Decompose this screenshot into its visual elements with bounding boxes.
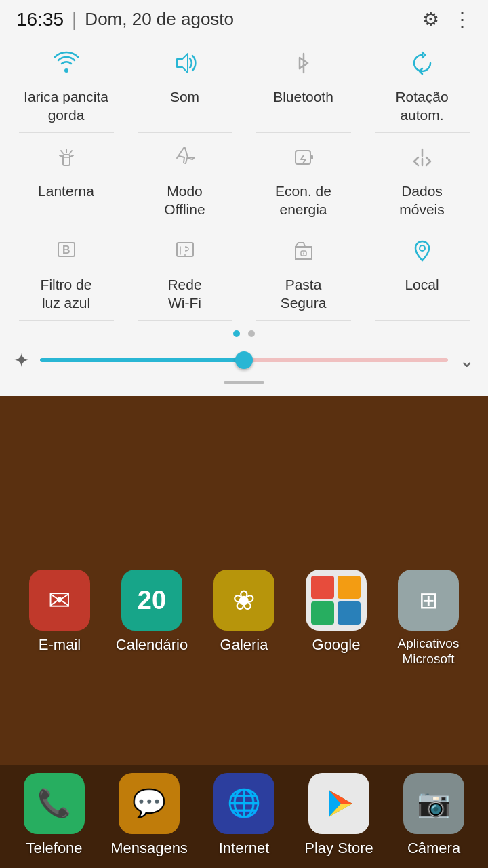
- bluetooth-label: Bluetooth: [273, 87, 333, 106]
- app-playstore[interactable]: Play Store: [298, 773, 380, 857]
- date-display: Dom, 20 de agosto: [85, 9, 234, 30]
- toggle-bluelight[interactable]: B Filtro deluz azul: [7, 226, 125, 321]
- svg-rect-9: [310, 155, 313, 159]
- app-internet[interactable]: 🌐 Internet: [203, 773, 285, 857]
- toggle-bluetooth[interactable]: Bluetooth: [244, 39, 363, 133]
- status-bar: 16:35 | Dom, 20 de agosto ⚙ ⋮: [0, 0, 488, 39]
- svg-rect-2: [63, 155, 70, 165]
- toggle-airplane[interactable]: ModoOffline: [125, 133, 244, 227]
- status-left: 16:35 | Dom, 20 de agosto: [16, 9, 234, 31]
- drag-handle: [0, 377, 488, 389]
- app-row-1: ✉ E-mail 20 Calendário ❀ Galeria Google: [0, 563, 488, 674]
- toggle-sound[interactable]: Som: [125, 39, 244, 133]
- time-display: 16:35: [16, 9, 64, 31]
- internet-icon: 🌐: [214, 773, 274, 834]
- data-label: Dadosmóveis: [399, 182, 445, 219]
- camera-icon: 📷: [403, 773, 464, 834]
- bluetooth-icon: [290, 50, 317, 81]
- playstore-label: Play Store: [304, 840, 373, 857]
- calendar-label: Calendário: [116, 636, 188, 654]
- messages-icon: 💬: [119, 773, 180, 834]
- status-right: ⚙ ⋮: [422, 8, 472, 31]
- phone-label: Telefone: [26, 840, 82, 857]
- svg-line-7: [70, 155, 73, 157]
- svg-point-17: [420, 245, 425, 251]
- svg-line-6: [60, 155, 62, 157]
- bluelight-label: Filtro deluz azul: [41, 275, 92, 313]
- more-options-icon[interactable]: ⋮: [453, 8, 472, 31]
- toggle-data[interactable]: Dadosmóveis: [363, 133, 481, 227]
- battery-label: Econ. deenergia: [275, 182, 331, 219]
- phone-icon: 📞: [24, 773, 85, 834]
- gallery-icon: ❀: [214, 570, 274, 631]
- toggle-flashlight[interactable]: Lanterna: [7, 133, 125, 227]
- airplane-label: ModoOffline: [164, 182, 205, 219]
- app-camera[interactable]: 📷 Câmera: [393, 773, 474, 857]
- drag-handle-bar: [224, 381, 264, 384]
- camera-label: Câmera: [407, 840, 460, 857]
- google-icon: [306, 570, 367, 631]
- svg-line-4: [61, 151, 63, 153]
- playstore-icon: [308, 773, 369, 834]
- toggle-rotation[interactable]: Rotaçãoautom.: [363, 39, 481, 133]
- sound-label: Som: [170, 87, 199, 106]
- app-messages[interactable]: 💬 Mensagens: [108, 773, 190, 857]
- ms-icon: ⊞: [398, 570, 459, 631]
- ms-label: AplicativosMicrosoft: [398, 636, 460, 667]
- location-icon: [409, 237, 436, 269]
- calendar-icon: 20: [121, 570, 182, 631]
- app-email[interactable]: ✉ E-mail: [19, 570, 100, 654]
- rotation-icon: [409, 50, 436, 81]
- data-icon: [409, 144, 436, 175]
- brightness-thumb[interactable]: [235, 351, 253, 369]
- flashlight-icon: [53, 144, 80, 175]
- app-gallery[interactable]: ❀ Galeria: [203, 570, 285, 654]
- messages-label: Mensagens: [110, 840, 188, 857]
- app-ms[interactable]: ⊞ AplicativosMicrosoft: [388, 570, 469, 667]
- app-dock: 📞 Telefone 💬 Mensagens 🌐 Internet: [0, 765, 488, 868]
- location-label: Local: [405, 275, 439, 294]
- brightness-slider[interactable]: [40, 358, 448, 362]
- brightness-icon: ✦: [14, 349, 29, 372]
- svg-text:B: B: [62, 244, 70, 256]
- home-screen: ✉ E-mail 20 Calendário ❀ Galeria Google: [0, 556, 488, 868]
- email-icon: ✉: [29, 570, 90, 631]
- svg-line-5: [70, 151, 72, 153]
- bluelight-icon: B: [53, 237, 80, 269]
- wifihotspot-icon: [171, 237, 199, 269]
- page-dot-1[interactable]: [233, 330, 240, 337]
- google-label: Google: [312, 636, 361, 654]
- toggle-grid: Iarica pancitagorda Som Bluetooth: [0, 39, 488, 321]
- app-calendar[interactable]: 20 Calendário: [111, 570, 192, 654]
- svg-marker-0: [177, 54, 188, 73]
- sound-icon: [171, 50, 199, 81]
- quick-settings-panel: 16:35 | Dom, 20 de agosto ⚙ ⋮ Iarica pan…: [0, 0, 488, 396]
- app-phone[interactable]: 📞 Telefone: [14, 773, 95, 857]
- airplane-icon: [171, 144, 199, 175]
- app-google[interactable]: Google: [296, 570, 377, 654]
- battery-icon: [290, 144, 317, 175]
- flashlight-label: Lanterna: [38, 182, 94, 200]
- page-indicators: [0, 321, 488, 344]
- wifihotspot-label: RedeWi-Fi: [167, 275, 201, 313]
- status-divider: |: [72, 9, 77, 31]
- rotation-label: Rotaçãoautom.: [395, 87, 448, 125]
- toggle-battery[interactable]: Econ. deenergia: [244, 133, 363, 227]
- brightness-expand-icon[interactable]: ⌄: [459, 349, 474, 372]
- brightness-row: ✦ ⌄: [0, 344, 488, 377]
- secure-folder-label: PastaSegura: [281, 275, 327, 313]
- wifi-icon: [53, 50, 80, 81]
- gallery-label: Galeria: [220, 636, 268, 654]
- internet-label: Internet: [219, 840, 270, 857]
- settings-icon[interactable]: ⚙: [422, 8, 439, 31]
- email-label: E-mail: [39, 636, 81, 654]
- toggle-wifihotspot[interactable]: RedeWi-Fi: [125, 226, 244, 321]
- secure-folder-icon: [290, 237, 317, 269]
- wifi-label: Iarica pancitagorda: [24, 87, 108, 125]
- toggle-wifi[interactable]: Iarica pancitagorda: [7, 39, 125, 133]
- toggle-secure-folder[interactable]: PastaSegura: [244, 226, 363, 321]
- toggle-location[interactable]: Local: [363, 226, 481, 321]
- page-dot-2[interactable]: [248, 330, 255, 337]
